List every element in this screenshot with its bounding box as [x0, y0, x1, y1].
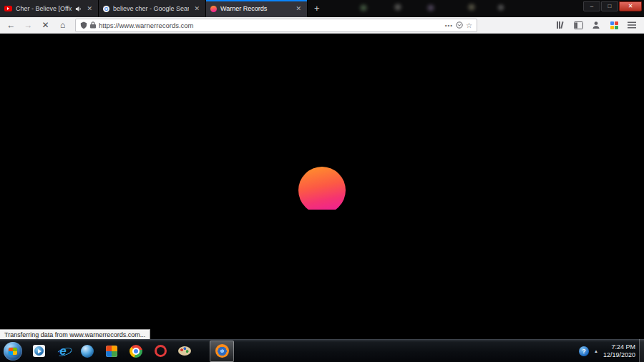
- stop-button[interactable]: ✕: [38, 19, 53, 32]
- extension-icon[interactable]: [608, 19, 620, 31]
- tab-strip: Cher - Believe [Official Musi ✕ G believ…: [0, 0, 644, 17]
- tab-google-search[interactable]: G believe cher - Google Search ✕: [99, 0, 206, 17]
- show-desktop-button[interactable]: [639, 339, 644, 362]
- tab-close-icon[interactable]: ✕: [85, 5, 94, 13]
- tracking-protection-shield-icon[interactable]: [80, 21, 87, 29]
- taskbar-icon-messenger-ball[interactable]: [75, 341, 99, 362]
- taskbar-icon-internet-explorer[interactable]: e: [51, 341, 75, 362]
- tab-close-icon[interactable]: ✕: [192, 5, 201, 13]
- clock-time: 7:24 PM: [603, 343, 635, 351]
- help-icon[interactable]: ?: [579, 346, 589, 356]
- glow-artifact: [425, 4, 436, 12]
- back-button[interactable]: ←: [4, 19, 19, 32]
- tab-title: Warner Records: [220, 5, 291, 12]
- menu-icon[interactable]: [625, 19, 638, 31]
- tab-title: Cher - Believe [Official Musi: [16, 5, 72, 12]
- glow-artifact: [392, 3, 404, 11]
- minimize-button[interactable]: –: [583, 1, 600, 11]
- taskbar-icon-paint[interactable]: [172, 341, 197, 362]
- pocket-icon[interactable]: [456, 21, 463, 29]
- window-close-button[interactable]: ✕: [619, 1, 642, 11]
- blue-ball-icon: [81, 345, 94, 358]
- start-button[interactable]: [4, 342, 22, 361]
- warner-records-favicon: [210, 6, 217, 12]
- taskbar-icon-windows-media-player[interactable]: [26, 341, 51, 362]
- page-content: Transferring data from www.warnerrecords…: [0, 34, 644, 339]
- media-player-icon: [33, 345, 45, 357]
- taskbar-clock[interactable]: 7:24 PM 12/19/2020: [603, 343, 635, 359]
- status-tooltip: Transferring data from www.warnerrecords…: [0, 329, 150, 339]
- youtube-favicon: [4, 6, 12, 11]
- library-icon[interactable]: [554, 19, 567, 31]
- taskbar-icon-chrome[interactable]: [124, 341, 148, 362]
- warner-records-logo: [298, 167, 346, 214]
- extension-grid-glyph: [610, 21, 618, 29]
- taskbar: e ? ▲ 7:24 PM 12/19/2020: [0, 339, 644, 362]
- glow-artifact: [496, 4, 506, 11]
- tab-title: believe cher - Google Search: [113, 5, 189, 12]
- tab-warner-records[interactable]: Warner Records ✕: [206, 0, 308, 17]
- forward-button[interactable]: →: [21, 19, 36, 32]
- home-button[interactable]: ⌂: [55, 19, 70, 32]
- clock-date: 12/19/2020: [603, 351, 635, 359]
- account-icon[interactable]: [590, 19, 602, 31]
- glow-artifact: [466, 3, 477, 11]
- tab-youtube-cher-believe[interactable]: Cher - Believe [Official Musi ✕: [0, 0, 99, 17]
- lock-icon[interactable]: [90, 21, 96, 29]
- new-tab-button[interactable]: +: [308, 0, 326, 17]
- navigation-toolbar: ← → ✕ ⌂ https://www.warnerrecords.com ••…: [0, 17, 644, 34]
- address-bar[interactable]: https://www.warnerrecords.com ••• ☆: [75, 19, 477, 32]
- sidebar-icon[interactable]: [572, 19, 585, 31]
- window-controls: – □ ✕: [583, 1, 642, 11]
- system-tray: ? ▲ 7:24 PM 12/19/2020: [579, 343, 644, 359]
- google-favicon: G: [103, 6, 109, 12]
- internet-explorer-icon: e: [59, 345, 66, 357]
- bookmark-star-icon[interactable]: ☆: [466, 21, 472, 29]
- toolbar-right-group: [554, 19, 640, 31]
- tab-audio-icon[interactable]: [75, 6, 82, 12]
- office-icon: [106, 346, 117, 357]
- tab-close-icon[interactable]: ✕: [294, 5, 303, 13]
- firefox-icon: [215, 344, 229, 358]
- opera-icon: [155, 345, 167, 357]
- taskbar-icon-firefox[interactable]: [210, 341, 234, 362]
- maximize-button[interactable]: □: [601, 1, 618, 11]
- url-text[interactable]: https://www.warnerrecords.com: [99, 21, 442, 29]
- hidden-icons-caret[interactable]: ▲: [594, 349, 598, 353]
- taskbar-icon-opera[interactable]: [148, 341, 172, 362]
- paint-icon: [178, 346, 191, 356]
- chrome-icon: [130, 345, 142, 358]
- firefox-window: Cher - Believe [Official Musi ✕ G believ…: [0, 0, 644, 362]
- taskbar-icon-office[interactable]: [99, 341, 124, 362]
- glow-artifact: [358, 4, 369, 12]
- page-actions-icon[interactable]: •••: [445, 22, 453, 29]
- windows-logo-icon: [9, 348, 17, 355]
